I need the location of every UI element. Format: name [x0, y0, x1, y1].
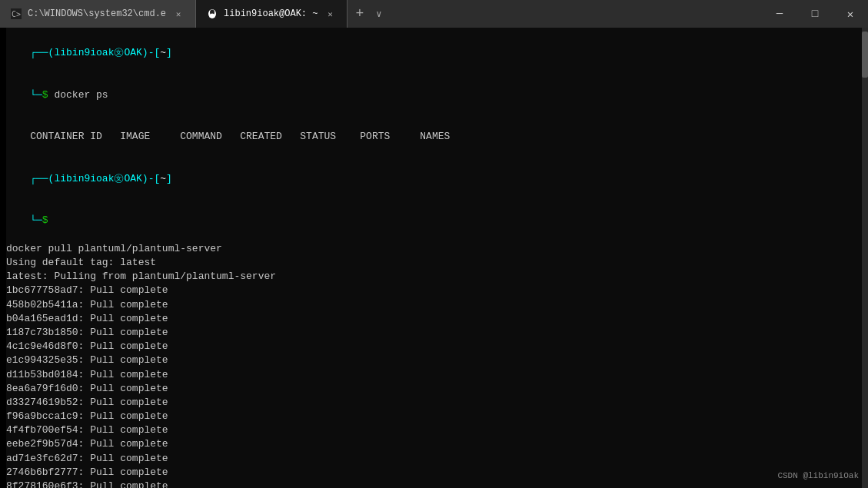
tab-cmd[interactable]: C> C:\WINDOWS\system32\cmd.e ✕: [0, 0, 196, 28]
tab-cmd-label: C:\WINDOWS\system32\cmd.e: [28, 8, 166, 19]
terminal-line: 2746b6bf2777: Pull complete: [6, 466, 862, 480]
prompt-arrow-1: └─: [30, 89, 42, 101]
cmd-line-2: └─$: [6, 200, 862, 242]
terminal-line: d11b53bd0184: Pull complete: [6, 368, 862, 382]
titlebar: C> C:\WINDOWS\system32\cmd.e ✕ libin9ioa…: [0, 0, 868, 28]
terminal-line: ad71e3fc62d7: Pull complete: [6, 452, 862, 466]
tab-dropdown-button[interactable]: ∨: [371, 8, 386, 20]
tab-bar: C> C:\WINDOWS\system32\cmd.e ✕ libin9ioa…: [0, 0, 762, 28]
terminal-line: d33274619b52: Pull complete: [6, 396, 862, 410]
docker-ps-header: CONTAINER ID IMAGE COMMAND CREATED STATU…: [6, 116, 862, 158]
svg-point-4: [211, 14, 215, 17]
terminal-line: 4c1c9e46d8f0: Pull complete: [6, 340, 862, 354]
minimize-button[interactable]: ─: [762, 0, 797, 28]
terminal-line: latest: Pulling from plantuml/plantuml-s…: [6, 270, 862, 284]
window-controls: ─ □ ✕: [762, 0, 868, 28]
cmd-line-1: └─$ docker ps: [6, 75, 862, 117]
terminal-line: eebe2f9b57d4: Pull complete: [6, 437, 862, 451]
terminal-line: 4f4fb700ef54: Pull complete: [6, 423, 862, 437]
prompt-line-2: ┌──(libin9ioak㊛OAK)-[~]: [6, 158, 862, 201]
tab-wsl-close[interactable]: ✕: [324, 8, 336, 20]
tab-wsl[interactable]: libin9ioak@OAK: ~ ✕: [196, 0, 348, 28]
terminal-line: 1187c73b1850: Pull complete: [6, 326, 862, 340]
penguin-icon: [207, 8, 218, 19]
watermark: CSDN @libin9iOak: [777, 470, 859, 482]
terminal-line: b04a165ead1d: Pull complete: [6, 312, 862, 326]
terminal-line: docker pull plantuml/plantuml-server: [6, 242, 862, 256]
scrollbar[interactable]: [862, 28, 868, 488]
terminal-line: 458b02b5411a: Pull complete: [6, 298, 862, 312]
pull-output: docker pull plantuml/plantuml-serverUsin…: [6, 242, 862, 488]
left-strip: [0, 28, 6, 488]
prompt-text-1: ┌──(libin9ioak㊛OAK)-[~]: [30, 47, 172, 58]
svg-text:C>: C>: [12, 10, 21, 18]
tab-cmd-close[interactable]: ✕: [172, 8, 185, 20]
dollar-1: $: [42, 89, 48, 101]
terminal-line: f96a9bcca1c9: Pull complete: [6, 410, 862, 423]
cmd-text-1: docker ps: [48, 89, 108, 101]
terminal-line: e1c994325e35: Pull complete: [6, 354, 862, 367]
terminal-line: 8f278160e6f3: Pull complete: [6, 480, 862, 488]
new-tab-button[interactable]: +: [348, 6, 371, 22]
terminal-line: Using default tag: latest: [6, 256, 862, 270]
scrollbar-thumb[interactable]: [862, 32, 868, 78]
terminal-line: 1bc677758ad7: Pull complete: [6, 284, 862, 297]
terminal-line: 8ea6a79f16d0: Pull complete: [6, 382, 862, 396]
terminal-area[interactable]: ┌──(libin9ioak㊛OAK)-[~] └─$ docker ps CO…: [0, 28, 868, 488]
close-button[interactable]: ✕: [833, 0, 868, 28]
maximize-button[interactable]: □: [797, 0, 833, 28]
prompt-line-1: ┌──(libin9ioak㊛OAK)-[~]: [6, 32, 862, 75]
cmd-icon: C>: [11, 8, 22, 19]
tab-wsl-label: libin9ioak@OAK: ~: [224, 8, 318, 19]
